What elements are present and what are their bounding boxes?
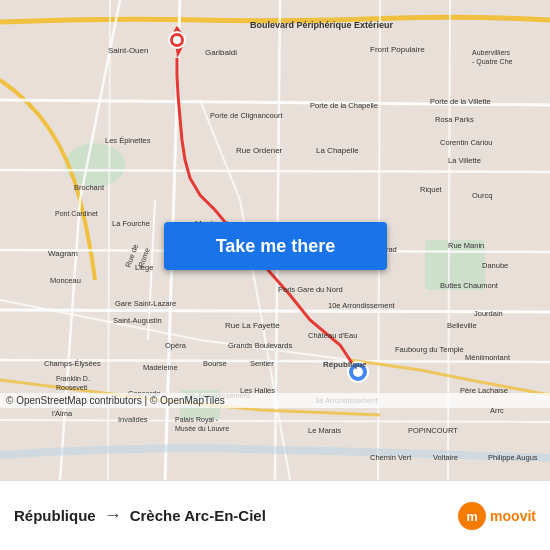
svg-text:10e Arrondissement: 10e Arrondissement: [328, 301, 396, 310]
svg-text:Buttes Chaumont: Buttes Chaumont: [440, 281, 499, 290]
svg-text:Saint-Augustin: Saint-Augustin: [113, 316, 162, 325]
svg-text:Jourdain: Jourdain: [474, 309, 503, 318]
svg-text:Gare Saint-Lazare: Gare Saint-Lazare: [115, 299, 176, 308]
moovit-logo: m moovit: [458, 502, 536, 530]
svg-text:Madeleine: Madeleine: [143, 363, 178, 372]
svg-text:Front Populaire: Front Populaire: [370, 45, 425, 54]
svg-text:Sentier: Sentier: [250, 359, 274, 368]
svg-text:Invalides: Invalides: [118, 415, 148, 424]
svg-text:l'Alma: l'Alma: [52, 409, 73, 418]
svg-text:Les Épinettes: Les Épinettes: [105, 136, 151, 145]
svg-text:Philippe Augus: Philippe Augus: [488, 453, 538, 462]
svg-text:Rosa Parks: Rosa Parks: [435, 115, 474, 124]
svg-text:Ourcq: Ourcq: [472, 191, 492, 200]
svg-text:Grands Boulevards: Grands Boulevards: [228, 341, 292, 350]
svg-text:Roosevelt: Roosevelt: [56, 384, 87, 391]
svg-text:Aubervilliers: Aubervilliers: [472, 49, 511, 56]
svg-text:Opéra: Opéra: [165, 341, 187, 350]
attribution: © OpenStreetMap contributors | © OpenMap…: [0, 393, 550, 408]
svg-text:Voltaire: Voltaire: [433, 453, 458, 462]
svg-text:Rue La Fayette: Rue La Fayette: [225, 321, 280, 330]
moovit-brand-label: moovit: [490, 508, 536, 524]
footer: République → Crèche Arc-En-Ciel m moovit: [0, 480, 550, 550]
svg-text:Champs-Élysées: Champs-Élysées: [44, 359, 101, 368]
svg-text:Le Marais: Le Marais: [308, 426, 341, 435]
svg-text:République: République: [323, 360, 367, 369]
svg-text:Monceau: Monceau: [50, 276, 81, 285]
svg-text:Faubourg du Temple: Faubourg du Temple: [395, 345, 464, 354]
svg-text:- Quatre Che: - Quatre Che: [472, 58, 513, 66]
svg-text:Musée du Louvre: Musée du Louvre: [175, 425, 229, 432]
svg-text:Paris Gare du Nord: Paris Gare du Nord: [278, 285, 343, 294]
arrow-icon: →: [104, 505, 122, 526]
svg-text:Boulevard Périphérique Extérie: Boulevard Périphérique Extérieur: [250, 20, 394, 30]
footer-content: République → Crèche Arc-En-Ciel m moovit: [14, 502, 536, 530]
svg-text:Corentin Cariou: Corentin Cariou: [440, 138, 493, 147]
svg-text:Bourse: Bourse: [203, 359, 227, 368]
svg-text:Porte de Clignancourt: Porte de Clignancourt: [210, 111, 283, 120]
svg-text:Château d'Eau: Château d'Eau: [308, 331, 357, 340]
svg-text:Wagram: Wagram: [48, 249, 78, 258]
svg-text:Chemin Vert: Chemin Vert: [370, 453, 412, 462]
svg-text:Rue Manin: Rue Manin: [448, 241, 484, 250]
svg-text:Garibaldi: Garibaldi: [205, 48, 237, 57]
destination-label: Crèche Arc-En-Ciel: [130, 507, 266, 524]
svg-text:Franklin D.: Franklin D.: [56, 375, 90, 382]
svg-text:Porte de la Villette: Porte de la Villette: [430, 97, 491, 106]
svg-text:Brochant: Brochant: [74, 183, 105, 192]
svg-text:Saint-Ouen: Saint-Ouen: [108, 46, 148, 55]
svg-text:Palais Royal -: Palais Royal -: [175, 416, 219, 424]
svg-text:La Chapelle: La Chapelle: [316, 146, 359, 155]
svg-text:POPINCOURT: POPINCOURT: [408, 426, 458, 435]
svg-text:m: m: [467, 509, 478, 523]
svg-text:Porte de la Chapelle: Porte de la Chapelle: [310, 101, 378, 110]
svg-text:Pont Cardinet: Pont Cardinet: [55, 210, 98, 217]
origin-label: République: [14, 507, 96, 524]
svg-text:La Villette: La Villette: [448, 156, 481, 165]
svg-text:Belleville: Belleville: [447, 321, 477, 330]
svg-text:La Fourche: La Fourche: [112, 219, 150, 228]
moovit-icon-svg: m: [458, 502, 486, 530]
svg-line-12: [0, 310, 550, 312]
svg-text:Danube: Danube: [482, 261, 508, 270]
take-me-there-button[interactable]: Take me there: [164, 222, 387, 270]
svg-text:Riquet: Riquet: [420, 185, 443, 194]
svg-text:Rue Ordener: Rue Ordener: [236, 146, 283, 155]
svg-text:Ménilmontant: Ménilmontant: [465, 353, 511, 362]
svg-point-18: [173, 36, 181, 44]
map-container: Boulevard Périphérique Extérieur Saint-O…: [0, 0, 550, 480]
